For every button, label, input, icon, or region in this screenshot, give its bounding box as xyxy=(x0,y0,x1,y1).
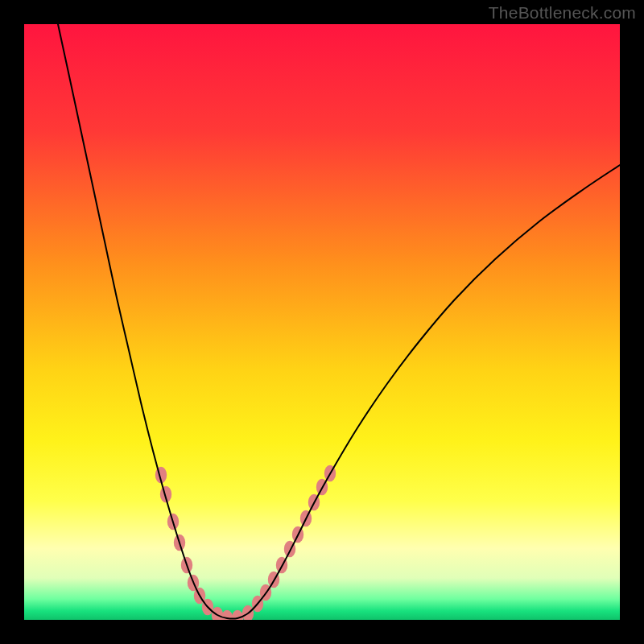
background-gradient xyxy=(24,24,620,620)
plot-area xyxy=(24,24,620,620)
watermark-text: TheBottleneck.com xyxy=(489,3,636,23)
svg-rect-0 xyxy=(24,24,620,620)
outer-frame: TheBottleneck.com xyxy=(0,0,644,644)
